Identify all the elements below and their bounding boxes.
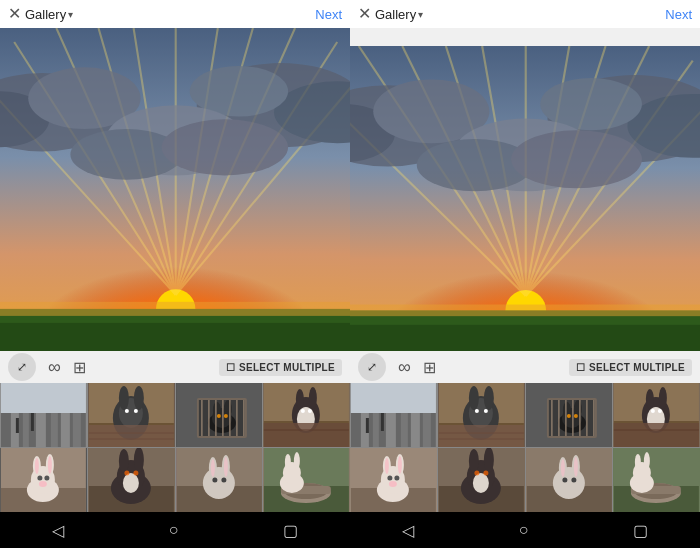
left-loop-icon: ∞ <box>48 357 61 378</box>
nav-home-icon[interactable]: ○ <box>169 521 179 539</box>
left-thumb-8[interactable] <box>263 448 350 512</box>
left-resize-icon: ⤢ <box>17 360 27 374</box>
right-thumb-4[interactable] <box>613 383 700 447</box>
right-select-multiple-button[interactable]: ☐ SELECT MULTIPLE <box>569 359 692 376</box>
svg-point-99 <box>210 459 214 477</box>
left-dropdown-arrow[interactable]: ▾ <box>68 9 73 20</box>
nav-recent-icon[interactable]: ▢ <box>283 521 298 540</box>
svg-rect-141 <box>373 408 379 447</box>
svg-point-153 <box>469 386 479 410</box>
left-thumb-6[interactable] <box>88 448 175 512</box>
right-header-left: ✕ Gallery ▾ <box>358 6 423 22</box>
svg-point-110 <box>285 454 291 470</box>
right-thumb-2[interactable] <box>438 383 525 447</box>
svg-point-213 <box>562 478 567 483</box>
right-resize-button[interactable]: ⤢ <box>358 353 386 381</box>
svg-point-204 <box>474 471 479 476</box>
right-gallery-title[interactable]: Gallery ▾ <box>375 7 423 22</box>
left-gallery-label: Gallery <box>25 7 66 22</box>
left-next-button[interactable]: Next <box>315 7 342 22</box>
left-thumb-5[interactable] <box>0 448 87 512</box>
left-thumb-3[interactable] <box>176 383 263 447</box>
svg-point-71 <box>308 409 312 413</box>
svg-point-111 <box>294 452 300 470</box>
svg-point-211 <box>560 459 564 477</box>
svg-rect-148 <box>381 413 384 431</box>
left-grid-icon: ⊞ <box>73 358 86 377</box>
left-loop-button[interactable]: ∞ <box>48 357 61 378</box>
right-gallery-label: Gallery <box>375 7 416 22</box>
nav-back-icon-right[interactable]: ◁ <box>402 521 414 540</box>
svg-point-43 <box>125 409 129 413</box>
svg-rect-24 <box>0 323 350 351</box>
svg-point-68 <box>309 387 317 409</box>
svg-point-192 <box>385 458 389 474</box>
right-thumb-1[interactable] <box>350 383 437 447</box>
svg-point-90 <box>134 448 144 473</box>
right-dropdown-arrow[interactable]: ▾ <box>418 9 423 20</box>
svg-point-208 <box>552 467 584 499</box>
svg-point-56 <box>223 414 227 418</box>
right-thumb-3[interactable] <box>526 383 613 447</box>
right-thumb-7[interactable] <box>526 448 613 512</box>
svg-point-154 <box>484 386 494 410</box>
left-main-preview <box>0 28 350 351</box>
svg-point-80 <box>35 458 39 474</box>
right-next-button[interactable]: Next <box>665 7 692 22</box>
right-top-spacer <box>350 28 700 46</box>
right-grid-button[interactable]: ⊞ <box>423 358 436 377</box>
svg-rect-157 <box>439 425 524 447</box>
svg-point-196 <box>389 481 397 487</box>
svg-rect-184 <box>614 423 699 447</box>
svg-point-168 <box>573 414 577 418</box>
nav-home-icon-right[interactable]: ○ <box>519 521 529 539</box>
svg-point-156 <box>484 409 488 413</box>
left-select-multiple-button[interactable]: ☐ SELECT MULTIPLE <box>219 359 342 376</box>
svg-point-155 <box>475 409 479 413</box>
svg-point-44 <box>134 409 138 413</box>
left-thumb-4[interactable] <box>263 383 350 447</box>
right-grid-icon: ⊞ <box>423 358 436 377</box>
right-thumb-5[interactable] <box>350 448 437 512</box>
svg-point-212 <box>573 457 577 477</box>
left-grid-button[interactable]: ⊞ <box>73 358 86 377</box>
svg-point-134 <box>511 130 642 188</box>
bottom-nav-bar: ◁ ○ ▢ ◁ ○ ▢ <box>0 512 700 548</box>
svg-point-202 <box>484 448 494 473</box>
left-thumb-7[interactable] <box>176 448 263 512</box>
right-loop-button[interactable]: ∞ <box>398 357 411 378</box>
svg-point-67 <box>296 389 304 409</box>
right-thumb-6[interactable] <box>438 448 525 512</box>
svg-point-70 <box>301 409 305 413</box>
svg-point-22 <box>162 119 288 175</box>
svg-rect-146 <box>351 383 436 413</box>
svg-point-183 <box>658 409 662 413</box>
svg-rect-25 <box>0 302 350 316</box>
svg-point-101 <box>212 478 217 483</box>
svg-point-179 <box>646 389 654 409</box>
right-header: ✕ Gallery ▾ Next <box>350 0 700 28</box>
svg-rect-147 <box>366 418 369 433</box>
left-header-left: ✕ Gallery ▾ <box>8 6 73 22</box>
nav-back-icon[interactable]: ◁ <box>52 521 64 540</box>
svg-point-93 <box>133 471 138 476</box>
left-close-icon[interactable]: ✕ <box>8 6 21 22</box>
svg-point-92 <box>124 471 129 476</box>
right-close-icon[interactable]: ✕ <box>358 6 371 22</box>
svg-point-55 <box>216 414 220 418</box>
svg-rect-35 <box>16 418 19 433</box>
left-header: ✕ Gallery ▾ Next <box>0 0 350 28</box>
nav-recent-icon-right[interactable]: ▢ <box>633 521 648 540</box>
svg-rect-72 <box>264 423 349 447</box>
right-thumb-8[interactable] <box>613 448 700 512</box>
left-thumb-2[interactable] <box>88 383 175 447</box>
left-thumb-1[interactable] <box>0 383 87 447</box>
svg-point-96 <box>202 467 234 499</box>
svg-point-102 <box>221 478 226 483</box>
left-gallery-title[interactable]: Gallery ▾ <box>25 7 73 22</box>
svg-point-91 <box>123 473 139 493</box>
left-resize-button[interactable]: ⤢ <box>8 353 36 381</box>
svg-rect-29 <box>23 408 29 447</box>
svg-rect-45 <box>89 425 174 447</box>
svg-point-42 <box>134 386 144 410</box>
